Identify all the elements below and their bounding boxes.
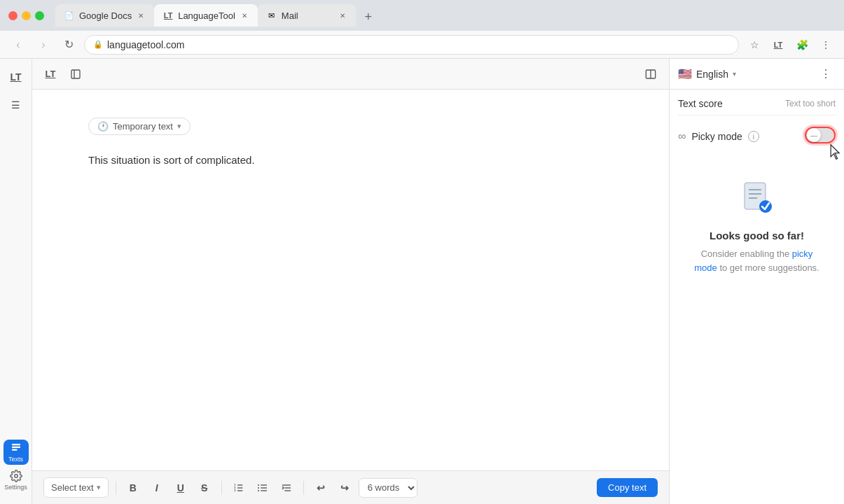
tab-google-docs-close[interactable]: ✕ xyxy=(136,10,146,20)
tabs-bar: 📄 Google Docs ✕ LT LanguageTool ✕ ✉ Mail… xyxy=(55,4,836,27)
tab-mail-close[interactable]: ✕ xyxy=(338,10,347,20)
indent-button[interactable] xyxy=(277,478,296,498)
lang-chevron-icon: ▾ xyxy=(733,70,736,78)
languagetool-tab-icon: LT xyxy=(162,10,174,21)
tab-languagetool-close[interactable]: ✕ xyxy=(240,10,249,20)
underline-button[interactable]: U xyxy=(171,478,191,498)
picky-mode-info-icon[interactable]: i xyxy=(748,131,759,142)
app-content: LT ☰ Texts Settings xyxy=(0,59,844,504)
svg-rect-0 xyxy=(12,444,20,445)
minimize-window-button[interactable] xyxy=(22,11,31,20)
bold-button[interactable]: B xyxy=(123,478,143,498)
panel-header: 🇺🇸 English ▾ ⋮ xyxy=(670,59,844,90)
good-icon xyxy=(742,181,773,221)
svg-rect-2 xyxy=(12,449,18,451)
tab-languagetool-label: LanguageTool xyxy=(178,10,235,21)
texts-label: Texts xyxy=(8,456,23,463)
menu-icon[interactable]: ⋮ xyxy=(816,35,836,55)
select-text-button[interactable]: Select text ▾ xyxy=(43,477,109,498)
main-area: LT xyxy=(32,59,669,504)
refresh-button[interactable]: ↻ xyxy=(59,35,78,55)
layout-toggle-icon[interactable] xyxy=(641,64,660,84)
panel-menu-button[interactable]: ⋮ xyxy=(816,64,836,84)
lt-toolbar-icon[interactable]: LT xyxy=(41,64,60,84)
traffic-lights xyxy=(8,11,44,20)
editor-text-content: This situation is sort of complicated. xyxy=(88,154,255,166)
bottom-toolbar: Select text ▾ B I U S 1 2 3 xyxy=(32,470,669,504)
doc-dropdown-label: Temporary text xyxy=(113,121,173,132)
texts-icon xyxy=(10,442,22,454)
extensions-icon[interactable]: 🧩 xyxy=(792,35,812,55)
good-description: Consider enabling the picky mode to get … xyxy=(689,247,824,274)
editor-content[interactable]: 🕐 Temporary text ▾ This situation is sor… xyxy=(32,90,669,470)
maximize-window-button[interactable] xyxy=(35,11,44,20)
strikethrough-button[interactable]: S xyxy=(195,478,214,498)
settings-icon xyxy=(10,470,22,482)
word-count-select[interactable]: 6 words xyxy=(359,478,417,498)
svg-point-17 xyxy=(258,484,259,486)
score-divider xyxy=(678,115,836,115)
sidebar-collapse-icon[interactable] xyxy=(66,64,85,84)
picky-mode-toggle[interactable]: — xyxy=(805,127,836,146)
svg-point-18 xyxy=(258,487,259,489)
cursor-overlay: — xyxy=(805,127,836,144)
text-score-row: Text score Text too short xyxy=(678,98,836,109)
tab-languagetool[interactable]: LT LanguageTool ✕ xyxy=(154,4,258,27)
lt-logo-button[interactable]: LT xyxy=(4,64,29,90)
unordered-list-button[interactable] xyxy=(253,478,272,498)
toolbar-divider-3 xyxy=(303,481,304,495)
back-button[interactable]: ‹ xyxy=(8,35,28,55)
svg-point-3 xyxy=(14,475,18,478)
svg-point-19 xyxy=(258,490,259,491)
mouse-cursor-icon xyxy=(829,144,843,160)
toolbar-right xyxy=(641,64,660,84)
picky-mode-row: ∞ Picky mode i — xyxy=(678,127,836,146)
left-sidebar: LT ☰ Texts Settings xyxy=(0,59,32,504)
italic-button[interactable]: I xyxy=(147,478,167,498)
picky-mode-link[interactable]: picky mode xyxy=(694,248,812,273)
toggle-thumb-icon: — xyxy=(810,132,817,139)
good-title: Looks good so far! xyxy=(710,230,804,241)
toggle-thumb: — xyxy=(807,128,821,142)
address-right-icons: ☆ LT 🧩 ⋮ xyxy=(745,35,836,55)
undo-button[interactable]: ↩ xyxy=(311,478,331,498)
toolbar-divider-1 xyxy=(116,481,116,495)
forward-button[interactable]: › xyxy=(34,35,53,55)
tab-mail-label: Mail xyxy=(282,10,333,21)
good-message: Looks good so far! Consider enabling the… xyxy=(678,160,836,295)
editor-toolbar: LT xyxy=(32,59,669,90)
new-tab-button[interactable]: + xyxy=(359,7,378,27)
lt-logo-icon: LT xyxy=(10,71,21,83)
flag-icon: 🇺🇸 xyxy=(678,67,692,80)
editor-text[interactable]: This situation is sort of complicated. xyxy=(88,152,613,169)
star-icon[interactable]: ☆ xyxy=(745,35,764,55)
sidebar-item-texts[interactable]: Texts xyxy=(4,440,29,465)
tab-google-docs[interactable]: 📄 Google Docs ✕ xyxy=(55,4,154,27)
lock-icon: 🔒 xyxy=(93,40,103,49)
editor-area[interactable]: 🕐 Temporary text ▾ This situation is sor… xyxy=(32,90,669,470)
panel-body: Text score Text too short ∞ Picky mode i… xyxy=(670,90,844,504)
svg-text:3: 3 xyxy=(234,488,236,491)
settings-label: Settings xyxy=(4,484,27,491)
tab-mail[interactable]: ✉ Mail ✕ xyxy=(258,4,356,27)
redo-button[interactable]: ↪ xyxy=(335,478,354,498)
sidebar-bottom: Settings xyxy=(4,468,29,498)
url-bar[interactable]: 🔒 languagetool.com xyxy=(84,35,739,55)
language-label: English xyxy=(696,69,728,80)
clock-icon: 🕐 xyxy=(97,121,109,132)
select-chevron-icon: ▾ xyxy=(97,483,101,492)
text-score-label: Text score xyxy=(678,98,723,109)
google-docs-icon: 📄 xyxy=(64,10,75,21)
copy-text-button[interactable]: Copy text xyxy=(597,478,658,497)
svg-rect-4 xyxy=(71,70,80,78)
text-too-short-label: Text too short xyxy=(785,99,836,108)
doc-dropdown[interactable]: 🕐 Temporary text ▾ xyxy=(88,118,191,135)
toggle-button[interactable]: — xyxy=(805,127,836,144)
lt-extension-icon[interactable]: LT xyxy=(768,35,788,55)
sidebar-item-settings[interactable]: Settings xyxy=(4,468,29,493)
sidebar-toggle-button[interactable]: ☰ xyxy=(6,95,26,115)
close-window-button[interactable] xyxy=(8,11,18,20)
tab-google-docs-label: Google Docs xyxy=(79,10,132,21)
ordered-list-button[interactable]: 1 2 3 xyxy=(229,478,249,498)
language-selector[interactable]: 🇺🇸 English ▾ xyxy=(678,67,736,80)
